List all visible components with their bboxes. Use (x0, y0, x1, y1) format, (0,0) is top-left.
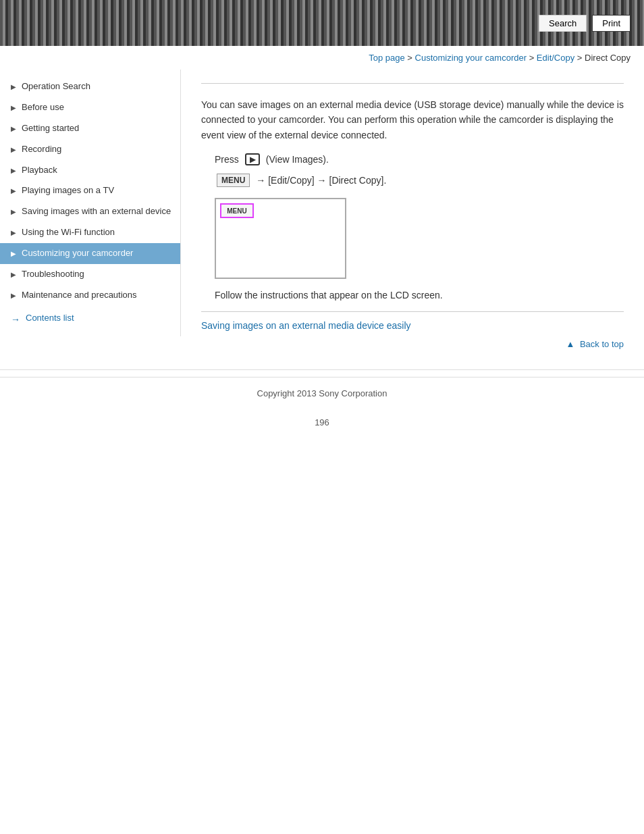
sidebar: ▶ Operation Search ▶ Before use ▶ Gettin… (0, 70, 181, 336)
sidebar-item-label: Operation Search (22, 81, 90, 93)
saving-images-link[interactable]: Saving images on an external media devic… (201, 320, 411, 331)
menu-screenshot-container: MENU (215, 198, 624, 279)
arrow-icon: ▶ (11, 186, 16, 195)
arrow-icon: ▶ (11, 249, 16, 258)
copyright-text: Copyright 2013 Sony Corporation (257, 388, 387, 398)
footer: Copyright 2013 Sony Corporation (0, 377, 644, 404)
breadcrumb-customizing[interactable]: Customizing your camcorder (415, 53, 527, 63)
arrow-icon: ▶ (11, 103, 16, 112)
back-to-top: ▲ Back to top (201, 339, 624, 349)
arrow-icon: ▶ (11, 291, 16, 300)
sidebar-item-customizing[interactable]: ▶ Customizing your camcorder (0, 243, 180, 264)
sidebar-item-saving-images[interactable]: ▶ Saving images with an external device (0, 201, 180, 222)
header: Search Print (0, 0, 644, 46)
sidebar-item-label: Customizing your camcorder (22, 248, 133, 259)
print-button[interactable]: Print (592, 15, 630, 32)
back-to-top-label: Back to top (580, 339, 624, 349)
main-body-text: You can save images on an external media… (201, 97, 624, 142)
sidebar-item-playback[interactable]: ▶ Playback (0, 160, 180, 181)
step1-suffix: (View Images). (266, 154, 329, 165)
footer-divider (0, 369, 644, 370)
arrow-icon: ▶ (11, 228, 16, 237)
sidebar-item-recording[interactable]: ▶ Recording (0, 139, 180, 160)
view-images-icon: ▶ (245, 153, 260, 165)
arrow-icon: ▶ (11, 82, 16, 91)
breadcrumb-current: Direct Copy (585, 53, 630, 63)
main-content: You can save images on an external media… (181, 70, 644, 369)
follow-instructions: Follow the instructions that appear on t… (215, 290, 624, 301)
breadcrumb: Top page > Customizing your camcorder > … (0, 46, 644, 70)
arrow-right-icon (11, 314, 22, 321)
step2: MENU → [Edit/Copy] → [Direct Copy]. (215, 174, 624, 187)
triangle-icon: ▲ (566, 339, 574, 349)
sidebar-item-label: Maintenance and precautions (22, 290, 137, 301)
arrow-icon: ▶ (11, 207, 16, 216)
step1-press: Press (215, 154, 239, 165)
sidebar-item-label: Playing images on a TV (22, 185, 114, 197)
arrow-icon: ▶ (11, 166, 16, 175)
step2-text: → [Edit/Copy] → [Direct Copy]. (256, 175, 386, 186)
related-link: Saving images on an external media devic… (201, 320, 624, 331)
sidebar-item-label: Troubleshooting (22, 269, 84, 280)
arrow-icon: ▶ (11, 124, 16, 133)
arrow-icon: ▶ (11, 145, 16, 154)
menu-box: MENU (217, 174, 250, 187)
menu-inner-button: MENU (220, 203, 254, 218)
top-divider (201, 83, 624, 84)
main-layout: ▶ Operation Search ▶ Before use ▶ Gettin… (0, 70, 644, 369)
contents-list-link[interactable]: Contents list (0, 306, 180, 330)
page-number: 196 (0, 404, 644, 441)
sidebar-item-operation-search[interactable]: ▶ Operation Search (0, 76, 180, 97)
sidebar-item-label: Playback (22, 165, 57, 176)
step1: Press ▶ (View Images). (215, 153, 624, 165)
sidebar-item-label: Getting started (22, 123, 79, 134)
sidebar-item-playing-images-tv[interactable]: ▶ Playing images on a TV (0, 180, 180, 201)
back-to-top-link[interactable]: ▲ Back to top (566, 339, 624, 349)
breadcrumb-top[interactable]: Top page (369, 53, 405, 63)
menu-screenshot: MENU (215, 198, 346, 279)
sidebar-item-before-use[interactable]: ▶ Before use (0, 97, 180, 118)
contents-list-label: Contents list (26, 313, 74, 323)
sidebar-item-label: Using the Wi-Fi function (22, 227, 115, 238)
sidebar-item-maintenance[interactable]: ▶ Maintenance and precautions (0, 285, 180, 306)
arrow-icon: ▶ (11, 270, 16, 279)
sidebar-item-label: Recording (22, 144, 61, 155)
sidebar-item-label: Before use (22, 102, 64, 113)
sidebar-item-wifi[interactable]: ▶ Using the Wi-Fi function (0, 222, 180, 243)
sidebar-item-label: Saving images with an external device (22, 206, 171, 217)
breadcrumb-edit-copy[interactable]: Edit/Copy (537, 53, 574, 63)
bottom-divider (201, 311, 624, 312)
sidebar-item-getting-started[interactable]: ▶ Getting started (0, 118, 180, 139)
search-button[interactable]: Search (539, 15, 587, 32)
sidebar-item-troubleshooting[interactable]: ▶ Troubleshooting (0, 264, 180, 285)
